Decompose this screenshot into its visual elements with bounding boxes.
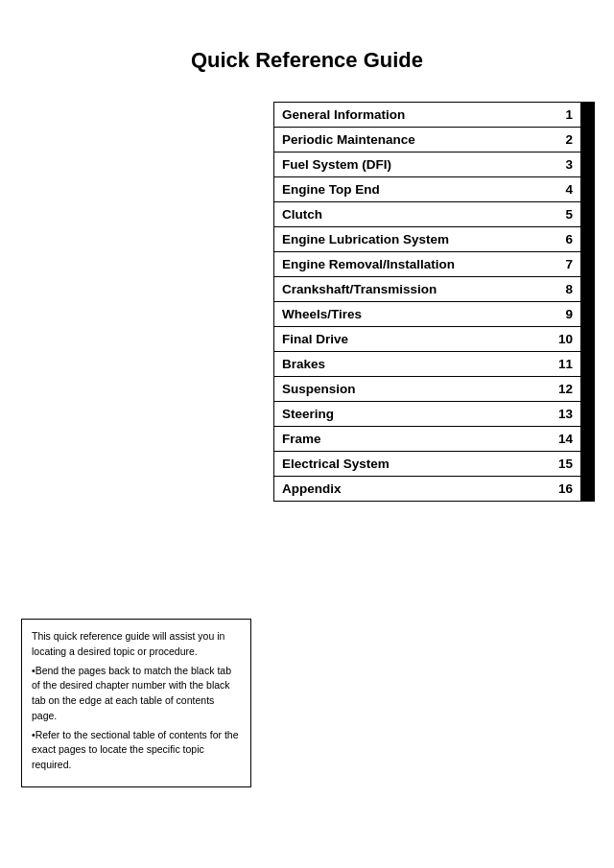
chapter-tab: [580, 202, 594, 226]
toc-item-label: Clutch: [274, 202, 552, 226]
chapter-tab: [580, 377, 594, 401]
chapter-tab: [580, 352, 594, 376]
chapter-tab: [580, 277, 594, 301]
table-row[interactable]: Periodic Maintenance2: [273, 127, 595, 152]
toc-item-label: Engine Top End: [274, 177, 552, 201]
table-row[interactable]: Suspension12: [273, 376, 595, 401]
note-box: This quick reference guide will assist y…: [21, 619, 251, 787]
chapter-tab: [580, 402, 594, 426]
toc-item-number: 7: [552, 252, 580, 276]
toc-item-number: 13: [551, 402, 580, 426]
chapter-tab: [580, 427, 594, 451]
chapter-tab: [580, 252, 594, 276]
toc-item-number: 10: [551, 327, 580, 351]
table-row[interactable]: Engine Removal/Installation7: [273, 251, 595, 276]
table-row[interactable]: General Information1: [273, 102, 595, 127]
table-row[interactable]: Electrical System15: [273, 451, 595, 476]
toc-item-label: Fuel System (DFI): [274, 152, 552, 176]
toc-item-label: Final Drive: [274, 327, 551, 351]
toc-item-label: Wheels/Tires: [274, 302, 552, 326]
toc-item-label: Steering: [274, 402, 551, 426]
table-row[interactable]: Engine Lubrication System6: [273, 226, 595, 251]
toc-item-number: 16: [551, 477, 580, 501]
chapter-tab: [580, 227, 594, 251]
toc-item-number: 14: [551, 427, 580, 451]
toc-item-number: 5: [552, 202, 580, 226]
table-row[interactable]: Engine Top End4: [273, 176, 595, 201]
toc-item-number: 3: [552, 152, 580, 176]
chapter-tab: [580, 452, 594, 476]
toc-item-number: 2: [552, 128, 580, 152]
chapter-tab: [580, 477, 594, 501]
table-row[interactable]: Appendix16: [273, 476, 595, 502]
chapter-tab: [580, 152, 594, 176]
toc-item-label: Appendix: [274, 477, 551, 501]
page-title: Quick Reference Guide: [0, 0, 614, 102]
toc-item-label: Periodic Maintenance: [274, 128, 552, 152]
toc-item-label: Engine Lubrication System: [274, 227, 552, 251]
table-row[interactable]: Final Drive10: [273, 326, 595, 351]
table-row[interactable]: Brakes11: [273, 351, 595, 376]
table-row[interactable]: Wheels/Tires9: [273, 301, 595, 326]
table-row[interactable]: Steering13: [273, 401, 595, 426]
toc-item-number: 11: [551, 352, 580, 376]
toc-item-number: 15: [551, 452, 580, 476]
note-line: •Refer to the sectional table of content…: [32, 728, 241, 773]
toc-item-label: General Information: [274, 103, 552, 127]
chapter-tab: [580, 128, 594, 152]
toc-item-label: Crankshaft/Transmission: [274, 277, 552, 301]
toc-item-number: 8: [552, 277, 580, 301]
toc-item-label: Frame: [274, 427, 551, 451]
toc-item-number: 4: [552, 177, 580, 201]
table-row[interactable]: Frame14: [273, 426, 595, 451]
toc-item-label: Engine Removal/Installation: [274, 252, 552, 276]
toc-item-number: 1: [552, 103, 580, 127]
note-line: •Bend the pages back to match the black …: [32, 664, 241, 724]
note-line: This quick reference guide will assist y…: [32, 629, 241, 660]
chapter-tab: [580, 327, 594, 351]
chapter-tab: [580, 103, 594, 127]
toc-item-number: 9: [552, 302, 580, 326]
table-of-contents: General Information1Periodic Maintenance…: [273, 102, 595, 502]
toc-item-label: Electrical System: [274, 452, 551, 476]
table-row[interactable]: Fuel System (DFI)3: [273, 152, 595, 176]
toc-item-number: 12: [551, 377, 580, 401]
table-row[interactable]: Clutch5: [273, 201, 595, 226]
toc-item-number: 6: [552, 227, 580, 251]
toc-item-label: Suspension: [274, 377, 551, 401]
chapter-tab: [580, 177, 594, 201]
toc-item-label: Brakes: [274, 352, 551, 376]
table-row[interactable]: Crankshaft/Transmission8: [273, 276, 595, 301]
chapter-tab: [580, 302, 594, 326]
